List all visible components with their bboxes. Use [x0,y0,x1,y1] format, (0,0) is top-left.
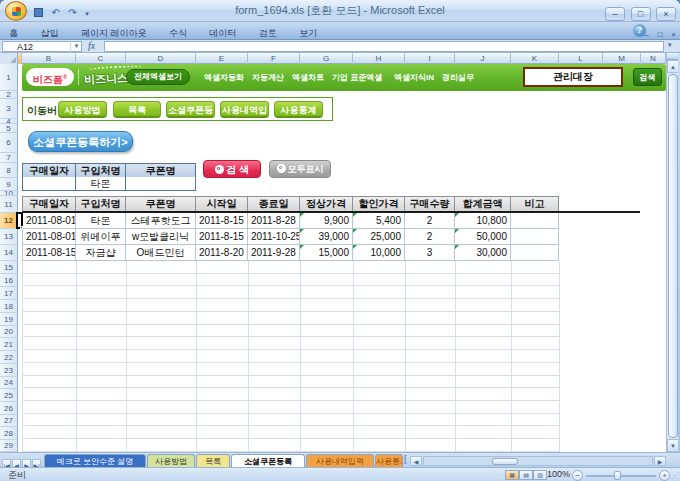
formula-input[interactable] [104,41,664,52]
row-header[interactable]: 17 [0,287,18,300]
row-header[interactable]: 19 [0,313,18,326]
column-header[interactable]: N [641,53,666,64]
column-header[interactable]: J [455,53,511,64]
hscroll-right-icon[interactable]: ▶ [654,456,666,466]
move-button-coupon-register[interactable]: 소셜쿠폰등록 [166,101,215,118]
empty-grid-rows[interactable] [22,261,559,452]
nav-item-excel-chart[interactable]: 엑셀차트 [292,71,324,84]
row-header[interactable]: 27 [0,415,18,427]
resize-grip[interactable]: ⋰ [671,471,678,480]
table-cell[interactable]: 10,800 [455,213,511,229]
minimize-button[interactable]: – [605,7,625,21]
nav-item-auto-calc[interactable]: 자동계산 [252,71,284,84]
show-all-button[interactable]: 모두표시 [269,160,331,178]
move-button-usage-input[interactable]: 사용내역입력 [220,101,269,118]
nav-item-excel-automation[interactable]: 엑셀자동화 [204,71,244,84]
row-header[interactable]: 9 [0,178,18,191]
admin-ledger-search-box[interactable]: 관리대장 [523,67,623,87]
sheet-tab-usage-stats[interactable]: 사용통계 [375,454,403,468]
sheet-tab-usage-input[interactable]: 사용내역입력 [306,454,374,468]
row-header[interactable]: 23 [0,364,18,377]
table-cell[interactable]: 9,900 [300,213,353,229]
banner-search-button[interactable]: 검색 [633,68,662,86]
row-header[interactable]: 20 [0,326,18,338]
zoom-out-icon[interactable]: − [572,470,583,481]
table-cell[interactable]: 2011-08-01 [22,213,76,229]
table-cell[interactable]: 25,000 [353,229,405,245]
zoom-level[interactable]: 100% [547,469,570,479]
table-cell[interactable]: 스테푸핫도그 [126,213,196,229]
table-cell[interactable]: 위메이푸 [76,229,126,245]
table-cell[interactable]: 2 [405,213,455,229]
filter-input-purchase-date[interactable] [22,177,76,191]
filter-input-coupon[interactable] [126,177,196,191]
nav-item-standard-excel[interactable]: 기업 표준엑셀 [332,71,382,84]
vertical-scroll-thumb[interactable] [668,74,678,438]
move-button-usage[interactable]: 사용방법 [58,101,107,118]
table-cell[interactable]: 50,000 [455,229,511,245]
table-cell[interactable]: 자금샵 [76,245,126,261]
row-header[interactable]: 6 [0,133,18,153]
horizontal-scrollbar[interactable] [423,456,653,466]
table-cell[interactable]: 5,400 [353,213,405,229]
view-normal-icon[interactable]: ▦ [505,470,519,480]
tab-split-bracket[interactable]: [ [404,454,407,464]
column-header[interactable]: C [76,53,126,64]
sheet-tab-coupon-register-active[interactable]: 소셜쿠폰등록 [231,454,305,468]
table-cell[interactable]: 타몬 [76,213,126,229]
table-cell[interactable]: 10,000 [353,245,405,261]
nav-item-all-excel[interactable]: 전체엑셀보기 [126,69,190,85]
row-header[interactable]: 7 [0,153,18,163]
view-page-layout-icon[interactable]: ▤ [519,470,533,480]
table-cell[interactable]: 2011-8-20 [196,245,248,261]
sheet-tab-list[interactable]: 목록 [196,454,230,468]
table-cell[interactable] [511,245,559,261]
formula-bar-expand-icon[interactable]: ▾ [668,41,672,49]
move-button-list[interactable]: 목록 [113,101,161,118]
view-page-break-icon[interactable]: ▥ [533,470,547,480]
table-cell[interactable]: 2011-08-15 [22,245,76,261]
column-header[interactable]: B [22,53,76,64]
table-cell[interactable]: 2011-8-15 [196,213,248,229]
row-header[interactable]: 11 [0,196,18,213]
row-header[interactable]: 24 [0,377,18,389]
name-box-dropdown-icon[interactable]: ▼ [70,41,82,52]
table-cell[interactable] [511,213,559,229]
zoom-in-icon[interactable]: + [659,470,670,481]
table-cell[interactable]: w모발클리닉 [126,229,196,245]
table-cell[interactable]: 2011-10-25 [248,229,300,245]
search-button[interactable]: 검 색 [203,160,261,178]
column-header[interactable]: E [196,53,248,64]
table-cell[interactable]: 2011-8-15 [196,229,248,245]
row-header[interactable]: 21 [0,338,18,351]
column-header[interactable]: K [511,53,559,64]
nav-item-accounting[interactable]: 경리실무 [442,71,474,84]
select-all-corner[interactable] [0,53,18,64]
bizforms-logo[interactable]: 비즈폼® [26,68,74,86]
active-cell-selection[interactable] [16,212,23,229]
row-header[interactable]: 8 [0,163,18,178]
row-header[interactable]: 14 [0,245,18,261]
column-header[interactable]: M [603,53,641,64]
row-header[interactable]: 13 [0,229,18,245]
fill-handle[interactable] [20,226,23,229]
row-header[interactable]: 3 [0,99,18,119]
table-cell[interactable]: 39,000 [300,229,353,245]
table-cell[interactable]: 2011-8-28 [248,213,300,229]
row-header[interactable]: 5 [0,124,18,133]
close-button[interactable]: × [656,7,676,21]
social-coupon-register-button[interactable]: 소셜쿠폰등록하기> [28,131,133,152]
nav-item-excel-jisik[interactable]: 엑셀지식iN [394,71,434,84]
table-cell[interactable]: 2011-08-01 [22,229,76,245]
table-cell[interactable]: 2 [405,229,455,245]
sheet-tab-macro[interactable]: 매크로 보안수준 설명 [44,454,146,468]
row-header[interactable]: 16 [0,274,18,287]
table-cell[interactable]: 3 [405,245,455,261]
column-header[interactable]: D [126,53,196,64]
row-header[interactable]: 1 [0,64,18,91]
table-cell[interactable]: 30,000 [455,245,511,261]
maximize-button[interactable]: □ [631,7,651,21]
vertical-scrollbar[interactable]: ▲ ▼ [666,53,678,452]
column-header[interactable]: G [300,53,353,64]
column-header[interactable]: H [353,53,405,64]
